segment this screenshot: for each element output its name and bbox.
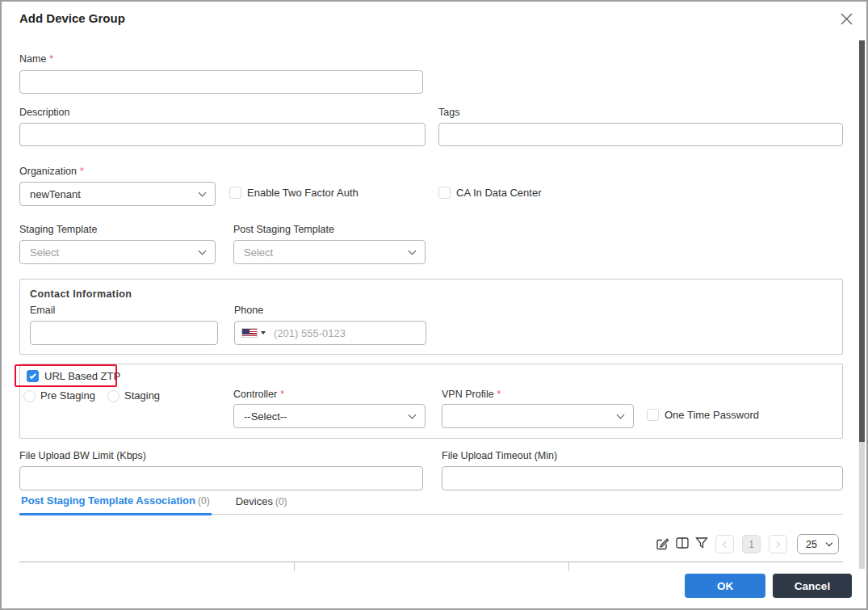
chevron-down-icon <box>409 246 417 255</box>
staging-radio[interactable] <box>107 390 120 402</box>
phone-input[interactable] <box>266 322 419 344</box>
vpn-profile-select[interactable] <box>442 404 634 428</box>
pre-staging-label: Pre Staging <box>40 389 95 402</box>
post-staging-template-select[interactable]: Select <box>233 240 426 264</box>
chevron-down-icon <box>826 539 832 545</box>
url-based-ztp-checkbox[interactable] <box>27 370 39 382</box>
contact-information-title: Contact Information <box>30 288 132 300</box>
upload-timeout-label: File Upload Timeout (Min) <box>442 450 557 461</box>
cancel-button[interactable]: Cancel <box>773 574 852 598</box>
tab-count: (0) <box>275 496 287 507</box>
post-staging-template-label: Post Staging Template <box>233 224 334 235</box>
contact-information-panel: Contact Information Email Phone <box>19 279 843 355</box>
chevron-down-icon <box>199 246 207 255</box>
organization-value: newTenant <box>30 188 81 200</box>
ok-button[interactable]: OK <box>685 574 765 598</box>
page-size-select[interactable]: 25 <box>797 534 839 554</box>
phone-field[interactable] <box>234 321 426 345</box>
tab-post-staging-template-association[interactable]: Post Staging Template Association(0) <box>19 494 212 515</box>
controller-select[interactable]: --Select-- <box>233 404 426 428</box>
previous-page-button[interactable] <box>715 535 734 553</box>
page-title: Add Device Group <box>19 11 125 25</box>
tags-label: Tags <box>438 107 459 118</box>
scrollbar-thumb[interactable] <box>859 40 865 442</box>
description-label: Description <box>19 107 70 118</box>
page-size-value: 25 <box>806 539 817 550</box>
next-page-button[interactable] <box>769 535 787 553</box>
us-flag-icon[interactable] <box>241 328 258 338</box>
post-staging-template-placeholder: Select <box>244 246 273 259</box>
filter-icon[interactable] <box>695 537 708 549</box>
organization-label: Organization* <box>19 166 84 177</box>
columns-icon[interactable] <box>676 537 689 549</box>
enable-two-factor-checkbox[interactable] <box>229 187 241 199</box>
staging-template-placeholder: Select <box>30 246 59 259</box>
vpn-profile-label: VPN Profile* <box>442 389 501 400</box>
staging-template-select[interactable]: Select <box>19 240 216 264</box>
controller-label: Controller* <box>233 389 284 400</box>
ca-in-data-center-label: CA In Data Center <box>456 187 542 199</box>
chevron-down-icon <box>409 410 417 419</box>
tab-count: (0) <box>198 495 210 507</box>
phone-label: Phone <box>234 305 263 316</box>
name-input[interactable] <box>19 70 423 94</box>
table-header <box>19 562 843 570</box>
add-device-group-dialog: Add Device Group Name* Description Tags … <box>0 0 868 610</box>
tags-input[interactable] <box>438 123 843 146</box>
column-divider <box>294 562 295 571</box>
close-icon[interactable] <box>840 12 853 26</box>
upload-timeout-input[interactable] <box>442 466 843 490</box>
tab-devices[interactable]: Devices(0) <box>234 495 289 514</box>
staging-template-label: Staging Template <box>19 224 97 235</box>
column-divider <box>568 562 569 571</box>
chevron-left-icon <box>723 541 729 547</box>
controller-value: --Select-- <box>244 410 287 423</box>
bw-limit-input[interactable] <box>19 466 423 490</box>
name-label: Name* <box>19 53 53 65</box>
chevron-right-icon <box>774 541 780 547</box>
url-based-ztp-label: URL Based ZTP <box>44 370 120 382</box>
staging-label: Staging <box>124 389 160 402</box>
description-input[interactable] <box>19 123 426 146</box>
check-icon <box>29 372 36 378</box>
email-label: Email <box>30 305 55 316</box>
tab-bar: Post Staging Template Association(0) Dev… <box>19 494 843 515</box>
one-time-password-checkbox[interactable] <box>647 409 659 421</box>
chevron-down-icon <box>617 410 625 419</box>
pre-staging-radio[interactable] <box>23 390 36 402</box>
one-time-password-label: One Time Password <box>665 409 759 421</box>
ca-in-data-center-checkbox[interactable] <box>438 187 451 199</box>
edit-icon[interactable] <box>656 536 669 550</box>
bw-limit-label: File Upload BW Limit (Kbps) <box>19 450 146 461</box>
email-field[interactable] <box>30 321 218 345</box>
current-page-button[interactable]: 1 <box>742 535 761 553</box>
chevron-down-icon <box>199 188 207 196</box>
enable-two-factor-label: Enable Two Factor Auth <box>247 187 359 199</box>
organization-select[interactable]: newTenant <box>19 182 216 206</box>
